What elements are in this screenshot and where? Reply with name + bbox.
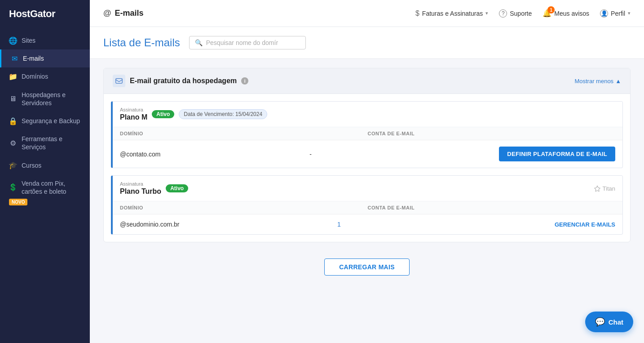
- plan-table-header: DOMÍNIO CONTA DE E-MAIL: [113, 127, 622, 140]
- status-badge: Ativo: [166, 184, 188, 192]
- server-icon: 🖥: [9, 95, 17, 103]
- sidebar-item-label: Ferramentas e Serviços: [22, 135, 81, 151]
- status-badge: Ativo: [152, 110, 174, 118]
- plan-label: Assinatura: [120, 181, 161, 187]
- plan-card-m: Assinatura Plano M Ativo Data de Vencime…: [111, 101, 623, 168]
- nav-suporte-label: Suporte: [510, 10, 532, 17]
- definir-plataforma-button[interactable]: DEFINIR PLATAFORMA DE E-MAIL: [499, 147, 615, 161]
- nav-suporte[interactable]: ? Suporte: [499, 9, 532, 18]
- sidebar-item-label: Venda com Pix, cartões e boleto: [22, 179, 81, 196]
- col-email: CONTA DE E-MAIL: [368, 131, 616, 136]
- sidebar-item-dominios[interactable]: 📁 Domínios: [0, 67, 90, 85]
- sidebar-item-venda[interactable]: 💲 Venda com Pix, cartões e boleto NOVO: [0, 174, 90, 210]
- gerenciar-emails-button[interactable]: GERENCIAR E-MAILS: [555, 221, 615, 228]
- sidebar-item-label: Sites: [22, 36, 35, 45]
- plan-table-header: DOMÍNIO CONTA DE E-MAIL: [113, 201, 622, 214]
- sidebar-item-cursos[interactable]: 🎓 Cursos: [0, 156, 90, 174]
- load-more-area: CARREGAR MAIS: [103, 249, 631, 280]
- at-icon: @: [103, 9, 111, 18]
- sidebar-item-sites[interactable]: 🌐 Sites: [0, 31, 90, 49]
- notification-badge: 1: [547, 6, 555, 13]
- lock-icon: 🔒: [9, 117, 17, 125]
- table-row: @contato.com - DEFINIR PLATAFORMA DE E-M…: [113, 140, 622, 168]
- col-domain: DOMÍNIO: [120, 205, 368, 210]
- email-count-cell: -: [309, 151, 499, 158]
- expiry-badge: Data de Vencimento: 15/04/2024: [179, 109, 267, 119]
- titan-label: Titan: [594, 185, 615, 192]
- section-icon: [113, 75, 125, 87]
- sites-icon: 🌐: [9, 36, 17, 45]
- search-icon: 🔍: [195, 39, 203, 46]
- person-icon: 👤: [600, 9, 608, 18]
- nav-perfil-label: Perfil: [611, 10, 625, 17]
- question-icon: ?: [499, 9, 507, 18]
- gear-icon: ⚙: [9, 139, 17, 147]
- chevron-up-icon: ▲: [615, 78, 621, 85]
- email-count-cell: 1: [337, 221, 555, 228]
- collapse-label: Mostrar menos: [574, 78, 613, 85]
- nav-avisos-label: Meus avisos: [554, 10, 589, 17]
- sidebar-item-label: Domínios: [22, 72, 48, 80]
- pix-icon: 💲: [9, 183, 17, 192]
- sidebar-item-seguranca[interactable]: 🔒 Segurança e Backup: [0, 112, 90, 130]
- plan-label: Assinatura: [120, 107, 147, 112]
- chevron-down-icon: ▾: [628, 10, 631, 16]
- chat-icon: 💬: [595, 317, 605, 327]
- sidebar-item-label: Hospedagens e Servidores: [22, 91, 81, 107]
- page-header: Lista de E-mails 🔍: [90, 27, 644, 59]
- header-nav: $ Faturas e Assinaturas ▾ ? Suporte 🔔 1 …: [415, 9, 631, 18]
- nav-avisos[interactable]: 🔔 1 Meus avisos: [543, 9, 589, 18]
- sidebar-item-label: Segurança e Backup: [22, 117, 80, 125]
- plan-header-turbo: Assinatura Plano Turbo Ativo Titan: [113, 176, 622, 201]
- header-title-text: E-mails: [115, 9, 144, 18]
- table-row: @seudominio.com.br 1 GERENCIAR E-MAILS: [113, 214, 622, 234]
- top-header: @ E-mails $ Faturas e Assinaturas ▾ ? Su…: [90, 0, 644, 27]
- bell-icon: 🔔 1: [543, 9, 551, 18]
- collapse-button[interactable]: Mostrar menos ▲: [574, 78, 621, 85]
- svg-rect-0: [116, 79, 122, 84]
- plan-info: Assinatura Plano M: [120, 107, 147, 121]
- sidebar: HostGator 🌐 Sites ✉ E-mails 📁 Domínios 🖥…: [0, 0, 90, 343]
- brand-logo: HostGator: [0, 0, 90, 28]
- col-domain: DOMÍNIO: [120, 131, 368, 136]
- search-bar[interactable]: 🔍: [189, 36, 306, 49]
- dollar-icon: $: [415, 9, 419, 18]
- email-section: E-mail gratuito da hospedagem i Mostrar …: [103, 68, 631, 242]
- plan-header-m: Assinatura Plano M Ativo Data de Vencime…: [113, 102, 622, 127]
- chevron-down-icon: ▾: [485, 10, 488, 16]
- content-area: Lista de E-mails 🔍 E-mail gratuito da ho…: [90, 27, 644, 343]
- sidebar-item-label: E-mails: [23, 54, 44, 62]
- titan-text: Titan: [603, 185, 615, 192]
- search-input[interactable]: [206, 39, 300, 46]
- plan-name: Plano M: [120, 113, 147, 121]
- plan-name: Plano Turbo: [120, 187, 161, 196]
- chat-button[interactable]: 💬 Chat: [585, 312, 633, 332]
- chat-label: Chat: [609, 318, 623, 326]
- sidebar-nav: 🌐 Sites ✉ E-mails 📁 Domínios 🖥 Hospedage…: [0, 28, 90, 343]
- nav-faturas[interactable]: $ Faturas e Assinaturas ▾: [415, 9, 488, 18]
- info-icon[interactable]: i: [241, 77, 248, 85]
- plan-info: Assinatura Plano Turbo: [120, 181, 161, 196]
- sidebar-item-hospedagens[interactable]: 🖥 Hospedagens e Servidores: [0, 86, 90, 112]
- nav-perfil[interactable]: 👤 Perfil ▾: [600, 9, 631, 18]
- page-title: Lista de E-mails: [103, 36, 180, 49]
- header-title: @ E-mails: [103, 9, 144, 18]
- sidebar-item-ferramentas[interactable]: ⚙ Ferramentas e Serviços: [0, 130, 90, 156]
- sidebar-item-emails[interactable]: ✉ E-mails: [0, 49, 90, 67]
- nav-faturas-label: Faturas e Assinaturas: [422, 10, 483, 17]
- main-content: @ E-mails $ Faturas e Assinaturas ▾ ? Su…: [90, 0, 644, 343]
- courses-icon: 🎓: [9, 161, 17, 169]
- novo-badge: NOVO: [9, 199, 27, 205]
- svg-marker-1: [594, 186, 600, 192]
- section-title: E-mail gratuito da hospedagem: [130, 77, 237, 85]
- email-icon: ✉: [10, 54, 18, 62]
- col-email: CONTA DE E-MAIL: [368, 205, 616, 210]
- section-header: E-mail gratuito da hospedagem i Mostrar …: [104, 68, 630, 94]
- domain-cell: @seudominio.com.br: [120, 221, 337, 228]
- folder-icon: 📁: [9, 72, 17, 80]
- domain-cell: @contato.com: [120, 151, 309, 158]
- section-header-left: E-mail gratuito da hospedagem i: [113, 75, 248, 87]
- plan-card-turbo: Assinatura Plano Turbo Ativo Titan DOMÍN…: [111, 175, 623, 235]
- sidebar-item-label: Cursos: [22, 161, 41, 169]
- load-more-button[interactable]: CARREGAR MAIS: [324, 258, 410, 276]
